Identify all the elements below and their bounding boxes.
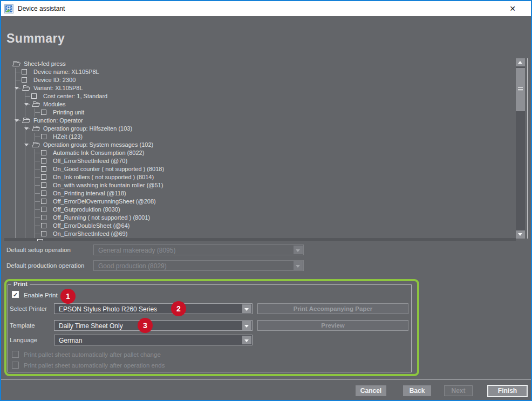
tree-item-label: Off_ErrorDelOverrunningSheet (@208) (53, 198, 156, 205)
device-tree: Sheet-fed pressDevice name: XL105P8LDevi… (4, 58, 516, 239)
folder-icon (31, 125, 40, 132)
checkbox-icon (41, 207, 46, 212)
tree-row[interactable]: Device name: XL105P8L (4, 68, 516, 76)
checkbox-icon (41, 134, 46, 139)
tree-item-label: Cost center: 1, Standard (43, 93, 107, 100)
default-setup-value: General makeready (8095) (98, 247, 175, 254)
tree-item-label: Off_ErrorSheetInfeed (@70) (53, 158, 127, 165)
folder-icon (22, 117, 31, 124)
checkbox-icon (41, 223, 46, 228)
tree-row[interactable]: Function: Operator (4, 117, 516, 125)
device-assistant-dialog: Device assistant ✕ Summary Sheet-fed pre… (0, 0, 532, 401)
tree-row[interactable]: Operation group: Hilfszeiten (103) (4, 125, 516, 133)
tree-item-label: On_Ink rollers ( not supported ) (8014) (53, 174, 154, 181)
tree-row[interactable]: On_ErrorSheetInfeed (@69) (4, 230, 516, 238)
tree-item-label: Sheet-fed press (24, 60, 66, 67)
default-production-dropdown: Good production (8029) (93, 260, 304, 271)
page-title: Summary (6, 31, 65, 46)
checkbox-icon (41, 110, 46, 115)
tree-clipped-edge (4, 238, 516, 241)
folder-icon (31, 101, 40, 107)
chevron-down-icon[interactable] (242, 336, 251, 344)
folder-icon (12, 60, 21, 67)
tree-item-label: Device ID: 2300 (33, 77, 76, 84)
scrollbar-thumb[interactable] (516, 68, 525, 111)
tree-scrollbar[interactable] (516, 58, 525, 239)
annotation-badge-3: 3 (138, 318, 153, 333)
tree-row[interactable]: On_Good counter ( not supported ) (8018) (4, 165, 516, 173)
default-setup-dropdown: General makeready (8095) (93, 244, 304, 255)
enable-print-label: Enable Print (24, 292, 58, 298)
app-icon (4, 4, 13, 13)
chevron-down-icon (294, 246, 303, 254)
language-value: German (59, 337, 82, 344)
tree-item-label: On_with washing ink fountain roller (@51… (53, 182, 163, 189)
tree-item-label: Function: Operator (33, 117, 83, 124)
template-dropdown[interactable]: Daily Time Sheet Only (54, 320, 253, 331)
back-button[interactable]: Back (403, 385, 431, 396)
print-accompanying-paper-button: Print Accompanying Paper (257, 303, 408, 314)
annotation-badge-2: 2 (171, 301, 186, 316)
tree-item-label: Off_Running ( not supported ) (8001) (53, 214, 150, 221)
tree-row[interactable]: Off_ErrorDoubleSheet (@64) (4, 222, 516, 230)
select-printer-dropdown[interactable]: EPSON Stylus Photo R260 Series (54, 303, 253, 314)
tree-row[interactable]: Off_Running ( not supported ) (8001) (4, 214, 516, 222)
folder-icon (22, 85, 31, 91)
annotation-badge-1: 1 (60, 289, 76, 304)
tree-row[interactable]: Printing unit (4, 108, 516, 117)
language-label: Language (10, 337, 37, 343)
auto-pallet-change-checkbox (12, 351, 19, 358)
tree-item-label: Device name: XL105P8L (33, 69, 99, 76)
scroll-up-icon[interactable] (516, 58, 525, 66)
print-group-legend: Print (11, 281, 30, 287)
tree-row[interactable]: Automatic Ink Consumption (8022) (4, 149, 516, 157)
checkbox-icon (41, 150, 46, 155)
checkbox-icon (41, 166, 46, 172)
tree-row[interactable]: Sheet-fed press (4, 60, 516, 68)
footer-separator (1, 379, 531, 380)
folder-icon (31, 141, 40, 148)
expander-icon[interactable] (24, 103, 29, 106)
default-production-value: Good production (8029) (98, 262, 167, 270)
tree-item-label: Operation group: Hilfszeiten (103) (43, 125, 132, 132)
tree-row[interactable]: HZeit (123) (4, 133, 516, 141)
checkbox-icon (41, 231, 46, 236)
template-value: Daily Time Sheet Only (59, 322, 123, 330)
expander-icon[interactable] (15, 87, 19, 90)
tree-row[interactable]: Cost center: 1, Standard (4, 92, 516, 100)
tree-item-label: Printing unit (53, 109, 84, 116)
default-setup-label: Default setup operation (6, 247, 71, 253)
chevron-down-icon[interactable] (242, 304, 251, 313)
expander-icon[interactable] (15, 119, 19, 122)
enable-print-checkbox[interactable] (12, 291, 19, 298)
tree-item-label: HZeit (123) (53, 133, 83, 140)
tree-row[interactable]: Off_ErrorSheetInfeed (@70) (4, 157, 516, 165)
checkbox-icon (41, 215, 46, 220)
chevron-down-icon[interactable] (242, 321, 251, 330)
select-printer-value: EPSON Stylus Photo R260 Series (59, 305, 157, 313)
window-title: Device assistant (18, 5, 65, 12)
finish-button[interactable]: Finish (487, 385, 528, 397)
tree-row[interactable]: Off_Gutproduktion (8030) (4, 206, 516, 214)
expander-icon[interactable] (24, 127, 29, 130)
tree-row[interactable]: Variant: XL105P8L (4, 84, 516, 92)
auto-pallet-change-label: Print pallet sheet automatically after p… (24, 351, 161, 358)
default-production-label: Default production operation (6, 262, 85, 269)
checkbox-icon (22, 77, 27, 83)
scroll-down-icon[interactable] (516, 230, 525, 239)
tree-row[interactable]: Operation group: System messages (102) (4, 141, 516, 149)
cancel-button[interactable]: Cancel (356, 385, 386, 396)
next-button: Next (444, 385, 473, 396)
tree-row[interactable]: On_Ink rollers ( not supported ) (8014) (4, 173, 516, 181)
expander-icon[interactable] (24, 144, 29, 146)
tree-row[interactable]: Device ID: 2300 (4, 76, 516, 84)
tree-row[interactable]: Modules (4, 100, 516, 108)
language-dropdown[interactable]: German (54, 335, 253, 345)
tree-item-label: Automatic Ink Consumption (8022) (53, 149, 144, 157)
tree-row[interactable]: Off_ErrorDelOverrunningSheet (@208) (4, 198, 516, 206)
tree-row[interactable]: On_Printing interval (@118) (4, 189, 516, 198)
tree-row[interactable]: On_with washing ink fountain roller (@51… (4, 181, 516, 189)
chevron-down-icon (294, 261, 303, 270)
template-label: Template (10, 322, 35, 329)
close-icon[interactable]: ✕ (507, 3, 518, 14)
